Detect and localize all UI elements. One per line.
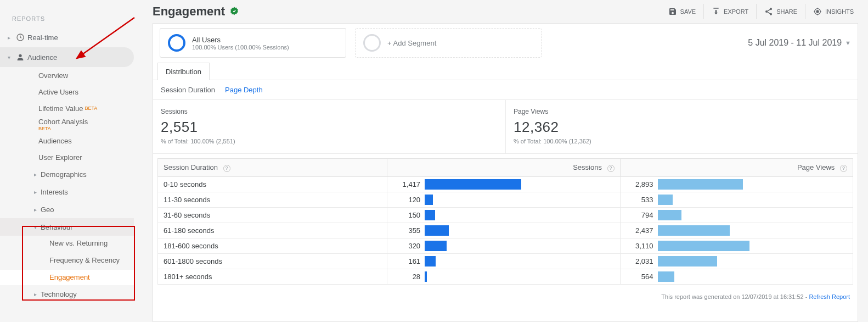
table-row: 181-600 seconds3203,110 (158, 238, 853, 253)
clock-icon (13, 33, 27, 42)
metric-pageviews: Page Views 12,362 % of Total: 100.00% (1… (505, 100, 858, 153)
person-icon (13, 53, 27, 62)
cell-sessions: 161 (387, 253, 620, 269)
cell-sessions: 28 (387, 269, 620, 284)
tab-distribution[interactable]: Distribution (157, 63, 210, 80)
sidebar-sub-audiences[interactable]: Audiences (0, 132, 150, 149)
sidebar-sub-interests[interactable]: ▸ Interests (0, 183, 150, 201)
date-range-picker[interactable]: 5 Jul 2019 - 11 Jul 2019 ▼ (748, 38, 851, 48)
table-row: 31-60 seconds150794 (158, 207, 853, 223)
sidebar-sub2-new-returning[interactable]: New vs. Returning (0, 236, 150, 251)
cell-bucket: 61-180 seconds (158, 223, 387, 238)
chevron-down-icon: ▾ (34, 224, 41, 230)
save-button[interactable]: SAVE (661, 4, 704, 19)
export-icon (712, 7, 720, 16)
cell-bucket: 601-1800 seconds (158, 253, 387, 269)
chevron-right-icon: ▸ (8, 35, 13, 41)
sidebar-item-realtime[interactable]: ▸ Real-time (0, 27, 150, 47)
page-header: Engagement SAVE EXPORT SHARE (150, 0, 868, 23)
save-icon (668, 7, 677, 16)
sidebar-section-label: REPORTS (0, 10, 150, 27)
chevron-right-icon: ▸ (34, 189, 41, 195)
cell-sessions: 320 (387, 238, 620, 253)
refresh-report-link[interactable]: Refresh Report (809, 293, 850, 300)
chevron-down-icon: ▼ (845, 40, 851, 46)
beta-badge: BETA (84, 106, 97, 111)
chevron-right-icon: ▸ (34, 207, 41, 213)
sidebar-sub-active-users[interactable]: Active Users (0, 84, 150, 100)
svg-point-3 (770, 8, 772, 10)
segment-ring-icon (168, 34, 185, 52)
sidebar-sub-user-explorer[interactable]: User Explorer (0, 149, 150, 165)
sidebar-item-audience[interactable]: ▾ Audience (0, 47, 134, 67)
sidebar-sub-behaviour[interactable]: ▾ Behaviour (0, 218, 134, 236)
table-row: 61-180 seconds3552,437 (158, 223, 853, 238)
sidebar-sub2-frequency[interactable]: Frequency & Recency (0, 251, 150, 270)
col-sessions[interactable]: Sessions ? (387, 159, 620, 177)
table-row: 601-1800 seconds1612,031 (158, 253, 853, 269)
engagement-table: Session Duration ? Sessions ? Page Views… (157, 158, 853, 285)
cell-sessions: 120 (387, 192, 620, 207)
cell-pageviews: 2,437 (620, 223, 853, 238)
segment-detail: 100.00% Users (100.00% Sessions) (192, 44, 289, 51)
metric-sessions: Sessions 2,551 % of Total: 100.00% (2,55… (153, 100, 505, 153)
sidebar-sub-geo[interactable]: ▸ Geo (0, 201, 150, 218)
cell-pageviews: 3,110 (620, 238, 853, 253)
svg-point-1 (19, 54, 21, 57)
page-title: Engagement (153, 4, 225, 19)
insights-button[interactable]: INSIGHTS (805, 4, 861, 19)
export-button[interactable]: EXPORT (703, 4, 756, 19)
help-icon[interactable]: ? (840, 165, 847, 172)
segment-all-users[interactable]: All Users 100.00% Users (100.00% Session… (160, 28, 346, 58)
table-row: 1801+ seconds28564 (158, 269, 853, 284)
share-button[interactable]: SHARE (756, 4, 805, 19)
cell-pageviews: 533 (620, 192, 853, 207)
table-row: 11-30 seconds120533 (158, 192, 853, 207)
segment-name: All Users (192, 36, 289, 44)
cell-sessions: 1,417 (387, 176, 620, 192)
segment-ring-placeholder-icon (363, 34, 381, 52)
verified-icon (229, 6, 239, 18)
sidebar-item-label: Audience (27, 53, 57, 62)
help-icon[interactable]: ? (223, 165, 230, 172)
subtab-page-depth[interactable]: Page Depth (225, 86, 263, 94)
cell-bucket: 1801+ seconds (158, 269, 387, 284)
cell-bucket: 31-60 seconds (158, 207, 387, 223)
sidebar-sub-demographics[interactable]: ▸ Demographics (0, 165, 150, 183)
sidebar-item-label: Real-time (27, 34, 58, 42)
cell-bucket: 11-30 seconds (158, 192, 387, 207)
table-row: 0-10 seconds1,4172,893 (158, 176, 853, 192)
chevron-right-icon: ▸ (34, 291, 41, 297)
sidebar-sub-cohort[interactable]: Cohort Analysis BETA (0, 116, 150, 132)
sidebar-sub-overview[interactable]: Overview (0, 67, 150, 84)
sidebar: REPORTS ▸ Real-time ▾ Audience Overview … (0, 0, 150, 322)
add-segment-button[interactable]: + Add Segment (355, 28, 542, 58)
col-pageviews[interactable]: Page Views ? (620, 159, 853, 177)
help-icon[interactable]: ? (607, 165, 615, 172)
cell-bucket: 0-10 seconds (158, 176, 387, 192)
chevron-down-icon: ▾ (8, 54, 13, 60)
chevron-right-icon: ▸ (34, 171, 41, 177)
cell-pageviews: 2,031 (620, 253, 853, 269)
sidebar-sub2-engagement[interactable]: Engagement (0, 270, 134, 285)
cell-sessions: 150 (387, 207, 620, 223)
cell-pageviews: 2,893 (620, 176, 853, 192)
report-footer: This report was generated on 12/07/2019 … (153, 289, 858, 304)
sidebar-sub-lifetime-value[interactable]: Lifetime Value BETA (0, 100, 150, 116)
sidebar-sub-technology[interactable]: ▸ Technology (0, 285, 150, 303)
svg-point-5 (770, 13, 772, 15)
insights-icon (813, 7, 822, 16)
cell-sessions: 355 (387, 223, 620, 238)
col-session-duration[interactable]: Session Duration ? (158, 159, 387, 177)
svg-point-7 (816, 10, 819, 13)
cell-pageviews: 794 (620, 207, 853, 223)
subtab-session-duration[interactable]: Session Duration (161, 86, 215, 94)
svg-point-4 (765, 10, 768, 13)
main-content: Engagement SAVE EXPORT SHARE (150, 0, 868, 322)
share-icon (764, 7, 773, 16)
beta-badge: BETA (38, 126, 51, 131)
cell-bucket: 181-600 seconds (158, 238, 387, 253)
cell-pageviews: 564 (620, 269, 853, 284)
